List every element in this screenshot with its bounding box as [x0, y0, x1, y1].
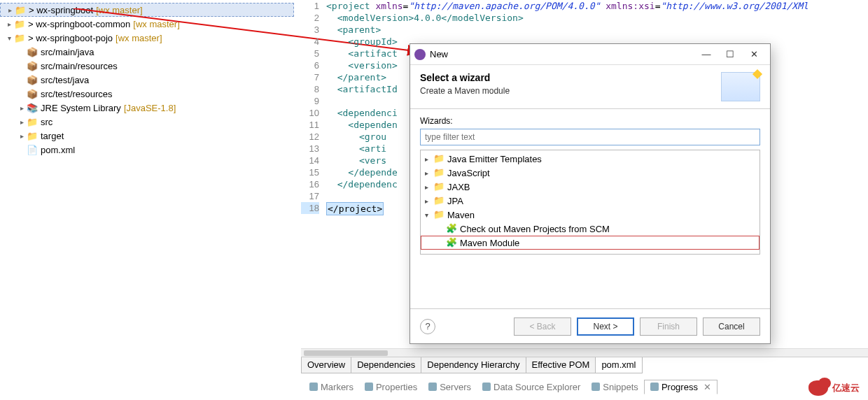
line-gutter: 123456789101112131415161718: [301, 0, 323, 214]
folder-icon: 📁: [433, 181, 444, 192]
wizard-filter-input[interactable]: [420, 129, 760, 145]
window-minimize-button[interactable]: —: [694, 46, 718, 63]
pom-editor-tabs[interactable]: OverviewDependenciesDependency Hierarchy…: [301, 357, 868, 373]
tree-item[interactable]: 📦src/main/resources: [0, 59, 294, 73]
dialog-button-bar: ? < Back Next > Finish Cancel: [410, 308, 770, 343]
view-tab[interactable]: Servers: [423, 380, 477, 394]
tree-item[interactable]: 📁> wx-springboot-common [wx master]: [0, 17, 294, 31]
pom-tab[interactable]: Dependency Hierarchy: [421, 357, 526, 373]
wizard-item-icon: 🧩: [446, 223, 457, 234]
tree-item[interactable]: 📄pom.xml: [0, 143, 294, 157]
tree-item[interactable]: 📁target: [0, 129, 294, 143]
scrollbar-thumb[interactable]: [304, 350, 388, 356]
expand-arrow-icon[interactable]: ▸: [425, 155, 433, 163]
expand-arrow-icon[interactable]: [4, 34, 14, 42]
line-number: 4: [301, 36, 319, 48]
window-maximize-button[interactable]: ☐: [718, 46, 742, 63]
project-icon: 📁: [15, 4, 26, 15]
line-number: 7: [301, 71, 319, 83]
editor-h-scrollbar[interactable]: [301, 348, 868, 357]
tree-item-label: src/test/java: [41, 75, 89, 85]
wizards-label: Wizards:: [420, 116, 760, 126]
wizard-item-label: Check out Maven Projects from SCM: [460, 224, 610, 234]
line-number: 18: [301, 202, 319, 214]
pom-tab[interactable]: pom.xml: [595, 357, 642, 373]
view-tab[interactable]: Snippets: [586, 380, 644, 394]
pom-tab[interactable]: Dependencies: [351, 357, 421, 373]
tree-item[interactable]: 📦src/test/java: [0, 73, 294, 87]
wizard-tree-item[interactable]: 🧩Maven Module: [421, 236, 760, 250]
tree-item[interactable]: 📚JRE System Library [JavaSE-1.8]: [0, 101, 294, 115]
line-number: 2: [301, 12, 319, 24]
tree-item-label: > wx-springboot-pojo: [28, 33, 113, 43]
tree-item[interactable]: 📁> wx-springboot [wx master]: [0, 3, 294, 17]
dialog-banner: Select a wizard Create a Maven module: [410, 65, 770, 109]
finish-button[interactable]: Finish: [640, 317, 697, 336]
expand-arrow-icon[interactable]: [4, 20, 14, 28]
wizard-tree-item[interactable]: 🧩Check out Maven Projects from SCM: [421, 222, 760, 236]
view-tab[interactable]: Markers: [304, 380, 359, 394]
back-button[interactable]: < Back: [514, 317, 571, 336]
close-icon[interactable]: ✕: [704, 382, 711, 392]
help-button[interactable]: ?: [420, 319, 435, 334]
expand-arrow-icon[interactable]: ▸: [425, 169, 433, 177]
line-number: 12: [301, 131, 319, 143]
view-tab-label: Progress: [662, 382, 698, 392]
wizard-item-icon: 🧩: [446, 237, 457, 248]
view-tab[interactable]: Properties: [359, 380, 423, 394]
wizard-tree[interactable]: ▸📁Java Emitter Templates▸📁JavaScript▸📁JA…: [420, 150, 760, 255]
folder-icon: 📁: [27, 116, 38, 127]
expand-arrow-icon[interactable]: [17, 118, 27, 126]
tree-item-decoration: [wx master]: [96, 5, 142, 15]
wizard-tree-item[interactable]: ▸📁Java Emitter Templates: [421, 152, 760, 166]
pom-tab[interactable]: Effective POM: [526, 357, 596, 373]
views-tabstrip[interactable]: MarkersPropertiesServersData Source Expl…: [301, 378, 868, 396]
wizard-item-label: Maven: [447, 210, 475, 220]
project-explorer[interactable]: 📁> wx-springboot [wx master]📁> wx-spring…: [0, 0, 294, 400]
view-icon: [428, 383, 437, 391]
next-button[interactable]: Next >: [577, 317, 634, 336]
expand-arrow-icon[interactable]: ▸: [425, 197, 433, 205]
new-wizard-dialog: New — ☐ ✕ Select a wizard Create a Maven…: [410, 43, 771, 344]
view-tab[interactable]: Data Source Explorer: [477, 380, 586, 394]
tree-item[interactable]: 📦src/test/resources: [0, 87, 294, 101]
wizard-tree-item[interactable]: ▾📁Maven: [421, 208, 760, 222]
cloud-icon: [808, 380, 828, 396]
xml-tag: <project: [326, 1, 375, 11]
file-icon: 📄: [27, 144, 38, 155]
banner-title: Select a wizard: [420, 72, 721, 83]
tree-item-decoration: [wx master]: [115, 33, 162, 43]
tree-item[interactable]: 📦src/main/java: [0, 45, 294, 59]
wizard-tree-item[interactable]: ▸📁JavaScript: [421, 166, 760, 180]
pom-tab[interactable]: Overview: [301, 357, 351, 373]
line-number: 15: [301, 166, 319, 178]
wizard-item-label: JavaScript: [447, 168, 490, 178]
expand-arrow-icon[interactable]: [5, 6, 15, 14]
line-number: 13: [301, 143, 319, 155]
line-number: 8: [301, 83, 319, 95]
expand-arrow-icon[interactable]: [17, 132, 27, 140]
wizard-item-label: JPA: [447, 196, 463, 206]
wizard-tree-item[interactable]: ▸📁JAXB: [421, 180, 760, 194]
tree-item[interactable]: 📁src: [0, 115, 294, 129]
expand-arrow-icon[interactable]: ▾: [425, 211, 433, 219]
view-tab[interactable]: Progress ✕: [644, 380, 718, 394]
tree-item-label: src/main/resources: [41, 61, 118, 71]
tree-item[interactable]: 📁> wx-springboot-pojo [wx master]: [0, 31, 294, 45]
cancel-button[interactable]: Cancel: [703, 317, 760, 336]
expand-arrow-icon[interactable]: ▸: [425, 183, 433, 191]
line-number: 11: [301, 119, 319, 131]
wizard-banner-icon: [721, 72, 760, 101]
wizard-item-label: JAXB: [447, 182, 470, 192]
tree-item-label: JRE System Library: [41, 103, 121, 113]
banner-subtitle: Create a Maven module: [420, 86, 721, 96]
library-icon: 📚: [27, 102, 38, 113]
window-close-button[interactable]: ✕: [742, 46, 766, 63]
watermark-text: 亿速云: [832, 382, 860, 394]
tree-item-label: src/main/java: [41, 47, 94, 57]
view-icon: [592, 383, 600, 391]
wizard-tree-item[interactable]: ▸📁JPA: [421, 194, 760, 208]
dialog-titlebar[interactable]: New — ☐ ✕: [410, 44, 770, 65]
view-icon: [309, 383, 318, 391]
expand-arrow-icon[interactable]: [17, 104, 27, 112]
